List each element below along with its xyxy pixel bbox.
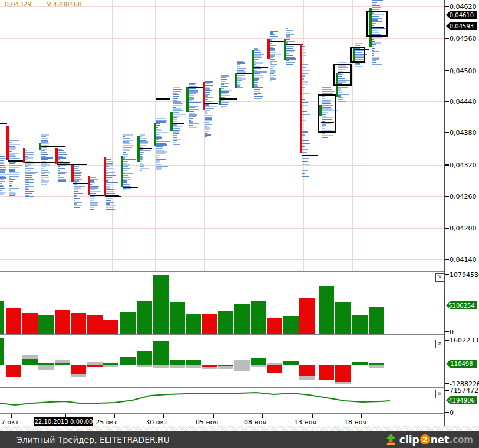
v-gridline xyxy=(15,0,15,271)
volume-profile-bar xyxy=(173,107,176,108)
volume-profile-bar xyxy=(156,118,166,119)
close-tick xyxy=(105,196,121,197)
time-label[interactable]: 30 окт xyxy=(146,419,167,426)
close-tick xyxy=(302,155,318,156)
time-label[interactable]: 05 ноя xyxy=(196,419,218,426)
close-tick xyxy=(156,98,170,100)
volume-profile-bar xyxy=(0,193,4,195)
delta-bar xyxy=(137,351,152,365)
volume-profile-bar xyxy=(74,202,82,203)
volume-profile-bar xyxy=(156,127,158,128)
volume-profile-bar xyxy=(9,163,15,164)
volume-profile-bar xyxy=(205,134,211,136)
volume-profile-bar xyxy=(9,153,19,154)
volume-profile-bar xyxy=(254,68,261,69)
volume-profile-bar xyxy=(189,102,201,103)
volume-profile-bar xyxy=(173,114,186,115)
clip2net-logo[interactable]: clip2net.com xyxy=(385,434,473,446)
volume-profile-bar xyxy=(0,158,6,159)
volume-bar xyxy=(120,312,136,334)
volume-profile-bar xyxy=(25,175,32,176)
volume-profile-bar xyxy=(189,106,198,107)
panel-close-checkbox[interactable]: ✕ xyxy=(435,273,444,282)
candle-body xyxy=(121,156,123,187)
close-tick xyxy=(269,41,285,42)
volume-profile-bar xyxy=(0,160,4,161)
volume-profile-bar xyxy=(302,102,308,103)
volume-profile-bar xyxy=(41,182,48,183)
axis-tick-dash xyxy=(445,259,449,260)
volume-profile-bar xyxy=(41,157,53,159)
volume-profile-bar xyxy=(205,117,212,118)
volume-profile-bar xyxy=(25,187,28,189)
volume-profile-bar xyxy=(58,154,67,155)
volume-profile-bar xyxy=(286,35,290,37)
volume-profile-bar xyxy=(9,169,15,170)
volume-profile-bar xyxy=(0,169,6,170)
volume-profile-bar xyxy=(140,138,147,139)
volume-profile-bar xyxy=(140,157,143,159)
volume-profile-bar xyxy=(123,179,131,180)
time-label[interactable]: 13 ноя xyxy=(294,419,316,426)
volume-profile-bar xyxy=(58,152,66,153)
v-gridline xyxy=(112,0,113,271)
volume-profile-bar xyxy=(205,88,210,90)
volume-profile-bar xyxy=(189,90,198,91)
horizontal-scrollbar-track[interactable] xyxy=(0,426,479,431)
volume-profile-bar xyxy=(25,173,35,174)
volume-profile-bar xyxy=(372,41,375,42)
volume-profile-bar xyxy=(140,164,144,166)
time-label[interactable]: 08 ноя xyxy=(244,419,266,426)
volume-profile-bar xyxy=(74,180,79,182)
close-tick xyxy=(220,98,237,100)
volume-profile-bar xyxy=(322,137,328,138)
close-tick xyxy=(253,67,268,68)
volume-profile-bar xyxy=(237,66,240,67)
volume-profile-bar xyxy=(106,161,114,162)
volume-profile-bar xyxy=(270,73,274,74)
close-tick xyxy=(41,146,65,147)
volume-profile-bar xyxy=(74,168,78,169)
volume-profile-bar xyxy=(41,140,48,141)
volume-profile-bar xyxy=(205,101,212,102)
candle-body xyxy=(55,148,58,164)
volume-bar xyxy=(170,302,185,334)
volume-profile-bar xyxy=(41,150,45,151)
panel-close-checkbox[interactable]: ✕ xyxy=(435,340,444,348)
volume-profile-bar xyxy=(74,179,82,180)
volume-profile-bar xyxy=(25,150,27,151)
price-axis-line[interactable] xyxy=(444,0,445,426)
volume-profile-bar xyxy=(205,108,214,109)
volume-profile-bar xyxy=(270,62,272,64)
volume-profile-bar xyxy=(106,198,112,199)
volume-profile-bar xyxy=(25,177,32,178)
time-label[interactable]: 25 окт xyxy=(95,419,117,426)
panel-close-checkbox[interactable]: ✕ xyxy=(435,390,444,398)
time-label[interactable]: 18 ноя xyxy=(344,419,366,426)
volume-profile-bar xyxy=(302,81,308,83)
volume-profile-bar xyxy=(205,136,207,137)
candle-body xyxy=(219,88,221,105)
time-label[interactable]: 7 окт xyxy=(1,419,19,426)
volume-profile-bar xyxy=(0,181,5,182)
volume-profile-bar xyxy=(0,192,6,193)
volume-profile-bar xyxy=(90,193,96,194)
selected-time-badge[interactable]: 22.10.2013 0:00:00 xyxy=(34,417,93,426)
volume-profile-bar xyxy=(140,161,142,162)
volume-profile-bar xyxy=(302,164,310,165)
indicator-badge: 5106254 xyxy=(446,301,477,309)
volume-profile-bar xyxy=(9,147,16,149)
delta-bar xyxy=(137,365,152,367)
volume-profile-bar xyxy=(372,46,374,47)
volume-profile-bar xyxy=(221,83,229,84)
volume-profile-bar xyxy=(173,93,177,94)
volume-profile-bar xyxy=(74,184,77,185)
volume-profile-bar xyxy=(41,136,46,137)
volume-profile-bar xyxy=(106,163,113,164)
volume-profile-bar xyxy=(205,122,209,123)
volume-profile-bar xyxy=(9,170,15,172)
volume-profile-bar xyxy=(58,168,65,169)
volume-profile-bar xyxy=(270,52,276,53)
volume-profile-bar xyxy=(25,168,34,169)
volume-profile-bar xyxy=(173,116,180,117)
